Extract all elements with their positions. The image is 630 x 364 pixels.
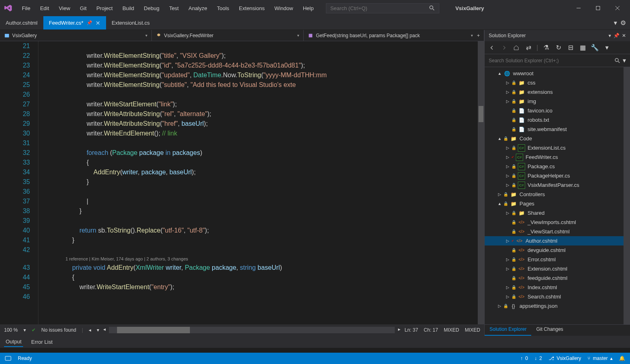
tab-overflow-icon[interactable]: ▾ [614, 19, 617, 27]
solution-tree[interactable]: ▲🌐wwwroot▷🔒📁css▷🔒📁extensions▷🔒📁img🔒📄favi… [485, 67, 630, 324]
code-line[interactable]: | [51, 197, 484, 206]
expand-icon[interactable]: ▷ [505, 90, 511, 94]
code-line[interactable]: } [51, 235, 484, 245]
tree-item[interactable]: ▷🔒📁Controllers [485, 190, 630, 199]
expand-icon[interactable]: ▷ [505, 294, 511, 299]
code-line[interactable]: } [51, 206, 484, 216]
tree-item[interactable]: ▷🔒📁extensions [485, 87, 630, 97]
expand-icon[interactable]: ▷ [497, 304, 502, 308]
issues-label[interactable]: No issues found [41, 327, 76, 333]
tree-item[interactable]: ▲🌐wwwroot [485, 69, 630, 78]
collapse-all-icon[interactable]: ⊟ [566, 44, 575, 52]
code-line[interactable]: writer.WriteAttributeString("href", base… [51, 119, 484, 129]
refresh-icon[interactable]: ↻ [554, 44, 562, 52]
tree-item[interactable]: 🔒📄site.webmanifest [485, 125, 630, 134]
menu-test[interactable]: Test [165, 3, 183, 14]
code-line[interactable] [51, 187, 484, 197]
solution-search-input[interactable] [489, 58, 615, 63]
expand-icon[interactable]: ▷ [505, 257, 511, 262]
show-all-files-icon[interactable]: ▦ [579, 44, 587, 52]
tab-settings-icon[interactable]: ⚙ [620, 19, 626, 27]
breadcrumb-project[interactable]: VsixGallery ▾ [0, 30, 152, 41]
menu-debug[interactable]: Debug [140, 3, 163, 14]
expand-icon[interactable]: ▷ [505, 164, 511, 169]
code-line[interactable]: writer.WriteStartElement("link"); [51, 99, 484, 109]
code-line[interactable]: writer.WriteElementString("id", "5a7c252… [51, 61, 484, 70]
tree-item[interactable]: 🔒</>_ViewStart.cshtml [485, 227, 630, 236]
panel-pin-icon[interactable]: 📌 [613, 33, 619, 38]
scroll-left-icon[interactable]: ◂ [103, 326, 106, 332]
close-button[interactable] [608, 2, 627, 15]
search-dropdown-icon[interactable]: ▾ [623, 57, 626, 64]
properties-icon[interactable]: 🔧 [591, 44, 599, 52]
download-status[interactable]: ↓ 2 [534, 356, 542, 361]
notifications-icon[interactable]: 🔔 [619, 356, 625, 361]
pin-icon[interactable]: 📌 [87, 20, 92, 25]
expand-icon[interactable]: ▷ [505, 146, 511, 150]
panel-dropdown-icon[interactable]: ▾ [609, 33, 611, 38]
expand-icon[interactable]: ▲ [497, 136, 502, 141]
search-icon[interactable] [615, 58, 620, 63]
code-editor[interactable]: 2122232425262728293031323334353637383940… [0, 41, 484, 324]
code-line[interactable]: return sb.ToString().Replace("utf-16", "… [51, 226, 484, 235]
panel-tab[interactable]: Solution Explorer [485, 325, 531, 336]
document-tab[interactable]: Author.cshtml [0, 16, 43, 30]
code-line[interactable] [51, 216, 484, 226]
home-icon[interactable] [512, 44, 520, 52]
tree-item[interactable]: ▷✔C#FeedWriter.cs [485, 152, 630, 162]
zoom-dropdown-icon[interactable]: ▾ [23, 327, 26, 333]
bottom-tab[interactable]: Error List [30, 337, 54, 347]
expand-icon[interactable]: ▷ [505, 211, 511, 215]
nav-prev-icon[interactable]: ◂ [89, 327, 91, 333]
menu-view[interactable]: View [55, 3, 74, 14]
tree-item[interactable]: ▲🔒📁Pages [485, 199, 630, 208]
code-line[interactable]: writer.WriteElementString("updated", Dat… [51, 70, 484, 80]
code-line[interactable]: { [51, 273, 484, 282]
tree-item[interactable]: 🔒</>_ViewImports.cshtml [485, 218, 630, 227]
breadcrumb-class[interactable]: VsixGallery.FeedWriter ▾ [152, 30, 304, 41]
tree-item[interactable]: ▷🔒C#Package.cs [485, 162, 630, 171]
scroll-thumb[interactable] [479, 106, 483, 122]
tree-item[interactable]: ▷✔</>Author.cshtml [485, 236, 630, 245]
document-tab[interactable]: FeedWriter.cs*📌✕ [43, 16, 106, 30]
search-input[interactable] [330, 5, 426, 11]
menu-project[interactable]: Project [92, 3, 117, 14]
expand-icon[interactable]: ▷ [505, 80, 511, 85]
menu-git[interactable]: Git [76, 3, 91, 14]
tree-item[interactable]: 🔒</>devguide.cshtml [485, 245, 630, 255]
expand-icon[interactable]: ▷ [497, 192, 502, 197]
code-line[interactable]: } [51, 177, 484, 187]
nav-dropdown-icon[interactable]: ▾ [97, 327, 99, 333]
minimize-button[interactable] [569, 2, 588, 15]
code-line[interactable] [51, 245, 484, 255]
code-content[interactable]: writer.WriteElementString("title", "VSIX… [47, 41, 484, 324]
expand-icon[interactable]: ▲ [497, 71, 502, 76]
global-search[interactable] [326, 3, 439, 13]
horizontal-scrollbar[interactable]: ◂ ▸ [109, 327, 395, 333]
preview-icon[interactable]: ▾ [603, 44, 611, 52]
code-line[interactable] [51, 292, 484, 302]
switch-views-icon[interactable]: ⇄ [524, 44, 532, 52]
repo-status[interactable]: ⎇ VsixGallery [549, 356, 581, 361]
tree-item[interactable]: ▷🔒{}appsettings.json [485, 301, 630, 311]
tree-item[interactable]: ▷🔒C#ExtensionList.cs [485, 143, 630, 152]
code-line[interactable]: private void AddEntry(XmlWriter writer, … [51, 263, 484, 273]
codelens[interactable]: 1 reference | Kim Meiser, 174 days ago |… [51, 255, 484, 263]
document-tab[interactable]: ExtensionList.cs [106, 16, 155, 30]
tree-item[interactable]: 🔒</>feedguide.cshtml [485, 273, 630, 283]
code-line[interactable]: writer.WriteEndElement(); // link [51, 129, 484, 138]
expand-icon[interactable]: ▷ [505, 99, 511, 104]
menu-window[interactable]: Window [270, 3, 297, 14]
code-line[interactable]: writer.WriteElementString("title", "VSIX… [51, 51, 484, 61]
scroll-right-icon[interactable]: ▸ [398, 326, 400, 332]
code-line[interactable]: foreach (Package package in packages) [51, 148, 484, 158]
expand-icon[interactable]: ▷ [505, 174, 511, 178]
menu-file[interactable]: File [18, 3, 34, 14]
add-icon[interactable]: + [477, 33, 480, 38]
back-icon[interactable] [488, 44, 496, 52]
expand-icon[interactable]: ▷ [505, 285, 511, 290]
tree-item[interactable]: ▲🔒📁Code [485, 134, 630, 143]
expand-icon[interactable]: ▲ [497, 201, 502, 206]
code-line[interactable]: writer.WriteStartElement("entry"); [51, 282, 484, 292]
vertical-scrollbar[interactable] [478, 41, 484, 324]
